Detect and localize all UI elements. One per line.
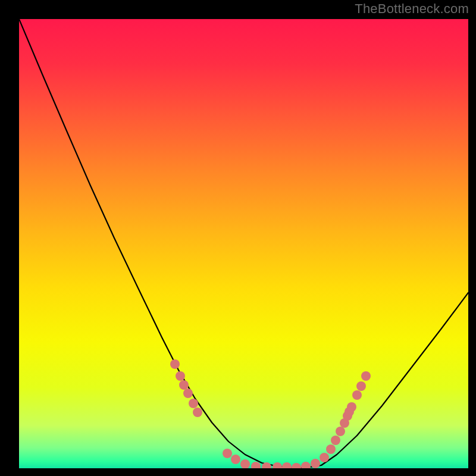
curve-marker — [345, 407, 354, 416]
watermark-label: TheBottleneck.com — [355, 1, 469, 17]
curve-marker — [193, 408, 202, 417]
curve-marker — [301, 462, 311, 468]
curve-marker — [170, 359, 180, 369]
curve-marker — [320, 453, 329, 462]
curve-marker — [282, 462, 292, 468]
chart-root: TheBottleneck.com — [0, 0, 476, 476]
curve-marker — [361, 371, 371, 381]
curve-layer — [19, 19, 468, 468]
curve-marker — [326, 444, 336, 454]
curve-marker — [311, 459, 320, 468]
curve-marker — [231, 455, 240, 464]
curve-marker — [352, 390, 362, 400]
plot-area — [19, 19, 468, 468]
curve-marker — [273, 462, 282, 468]
curve-marker — [292, 463, 301, 468]
curve-marker — [176, 371, 185, 381]
curve-marker — [240, 459, 250, 468]
curve-marker — [179, 380, 189, 390]
marker-group — [170, 359, 371, 468]
curve-marker — [251, 462, 261, 468]
curve-marker — [183, 389, 193, 398]
bottleneck-curve — [19, 19, 468, 468]
curve-marker — [331, 436, 340, 445]
curve-marker — [336, 427, 345, 436]
curve-marker — [223, 449, 232, 458]
curve-marker — [356, 381, 366, 391]
curve-marker — [189, 399, 198, 408]
